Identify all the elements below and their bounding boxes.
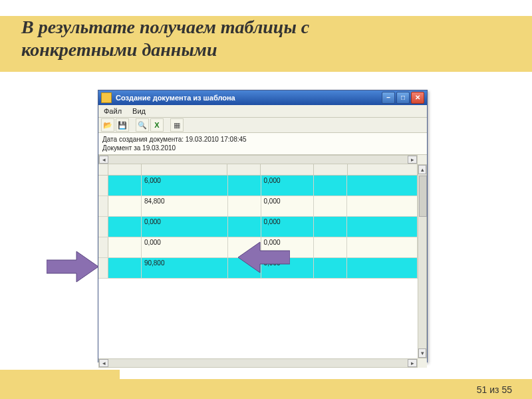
- cell[interactable]: [228, 217, 261, 237]
- rowhdr[interactable]: [98, 258, 108, 278]
- cell[interactable]: [108, 196, 142, 216]
- zoom-icon[interactable]: [136, 118, 149, 132]
- cell[interactable]: [347, 217, 418, 237]
- rowhdr[interactable]: [98, 237, 108, 257]
- titlebar: Создание документа из шаблона – □ ✕: [98, 90, 427, 105]
- cell[interactable]: [347, 237, 418, 257]
- maximize-button[interactable]: □: [396, 92, 410, 104]
- tool-icon[interactable]: [170, 118, 184, 132]
- cell[interactable]: 6,000: [142, 176, 228, 196]
- cell[interactable]: 90,800: [142, 258, 228, 278]
- table-row: 84,800 0,000: [98, 196, 418, 217]
- cell[interactable]: [108, 176, 142, 196]
- scroll-right-icon[interactable]: [408, 359, 417, 367]
- footer-band: [0, 379, 532, 399]
- svg-marker-0: [47, 251, 98, 282]
- arrow-left-icon: [237, 241, 290, 274]
- cell[interactable]: [314, 217, 347, 237]
- cell[interactable]: [347, 176, 418, 196]
- vscroll[interactable]: [418, 164, 427, 358]
- cell[interactable]: [314, 237, 347, 257]
- colhdr[interactable]: [314, 164, 347, 175]
- svg-marker-1: [238, 242, 290, 273]
- cell[interactable]: [228, 196, 261, 216]
- hscroll-bottom[interactable]: [98, 358, 418, 368]
- cell[interactable]: [228, 176, 261, 196]
- close-button[interactable]: ✕: [411, 92, 424, 104]
- slide: В результате получаем таблицы с конкретн…: [0, 0, 532, 399]
- cell[interactable]: [108, 258, 142, 278]
- menu-file[interactable]: Файл: [101, 107, 124, 115]
- rowhdr[interactable]: [98, 217, 108, 237]
- cell[interactable]: [108, 237, 142, 257]
- slide-title: В результате получаем таблицы с конкретн…: [21, 16, 394, 61]
- open-icon[interactable]: [101, 118, 114, 132]
- arrow-right-icon: [47, 250, 100, 283]
- cell[interactable]: [314, 258, 347, 278]
- column-headers: [98, 164, 418, 176]
- cell[interactable]: [314, 176, 347, 196]
- colhdr[interactable]: [227, 164, 261, 175]
- minimize-button[interactable]: –: [382, 92, 395, 104]
- page-number: 51 из 55: [477, 384, 512, 395]
- cell[interactable]: 84,800: [142, 196, 228, 216]
- table-row: 0,000 0,000: [98, 217, 418, 237]
- colhdr[interactable]: [142, 164, 227, 175]
- cell[interactable]: 0,000: [261, 217, 315, 237]
- window-controls: – □ ✕: [382, 92, 424, 104]
- info-bar: Дата создания документа: 19.03.2010 17:0…: [98, 133, 427, 155]
- app-window: Создание документа из шаблона – □ ✕ Файл…: [98, 90, 428, 362]
- scroll-up-icon[interactable]: [418, 165, 426, 174]
- scroll-left-icon[interactable]: [99, 156, 108, 164]
- colhdr[interactable]: [108, 164, 142, 175]
- window-title: Создание документа из шаблона: [116, 94, 382, 102]
- app-icon: [101, 92, 112, 103]
- cell[interactable]: [108, 217, 142, 237]
- info-line2: Документ за 19.03.2010: [102, 144, 423, 152]
- info-line1: Дата создания документа: 19.03.2010 17:0…: [102, 135, 423, 144]
- scroll-left-icon[interactable]: [99, 359, 108, 367]
- scroll-down-icon[interactable]: [418, 348, 426, 358]
- footer-accent: [0, 370, 120, 379]
- hscroll-top[interactable]: [98, 155, 418, 164]
- rowhdr-corner: [98, 164, 108, 175]
- menu-view[interactable]: Вид: [130, 107, 148, 115]
- rowhdr[interactable]: [98, 176, 108, 196]
- cell[interactable]: 0,000: [261, 196, 315, 216]
- colhdr[interactable]: [261, 164, 314, 175]
- cell[interactable]: 0,000: [142, 237, 228, 257]
- table-row: 6,000 0,000: [98, 176, 418, 196]
- cell[interactable]: [347, 258, 418, 278]
- cell[interactable]: [314, 196, 347, 216]
- cell[interactable]: [347, 196, 418, 216]
- scroll-right-icon[interactable]: [408, 156, 417, 164]
- save-icon[interactable]: [116, 118, 129, 132]
- scroll-thumb[interactable]: [419, 176, 427, 217]
- toolbar: X: [98, 118, 427, 133]
- excel-icon[interactable]: X: [150, 118, 164, 132]
- colhdr[interactable]: [348, 164, 418, 175]
- cell[interactable]: 0,000: [142, 217, 228, 237]
- menubar: Файл Вид: [98, 105, 427, 118]
- rowhdr[interactable]: [98, 196, 108, 216]
- cell[interactable]: 0,000: [261, 176, 315, 196]
